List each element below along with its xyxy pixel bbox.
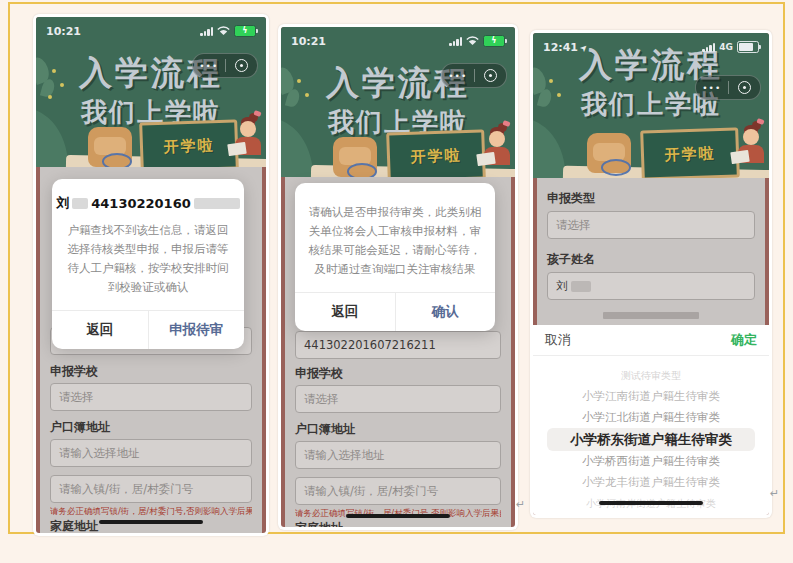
child-name-label: 孩子姓名 <box>547 253 755 266</box>
school-select[interactable]: 请选择 <box>295 385 501 413</box>
chalkboard-text: 开学啦 <box>163 136 215 157</box>
warning-text: 请务必正确填写镇/街，居/村委门号,否则影响入学后果自负 <box>50 506 252 516</box>
chalkboard-illustration: 开学啦 <box>386 129 486 177</box>
paper-icon <box>227 142 246 156</box>
hukou-address-label: 户口簿地址 <box>50 421 252 434</box>
exit-icon[interactable] <box>729 81 761 94</box>
chalkboard-illustration: 开学啦 <box>139 119 239 167</box>
school-label: 申报学校 <box>295 367 501 380</box>
miniprogram-capsule: ••• <box>192 53 258 78</box>
back-button[interactable]: 返回 <box>52 311 149 349</box>
hukou-address-input[interactable]: 请输入选择地址 <box>50 439 252 467</box>
chalkboard-text: 开学啦 <box>664 144 716 165</box>
wifi-icon <box>217 26 230 36</box>
back-button[interactable]: 返回 <box>295 293 396 331</box>
status-bar: 10:21 ϟ <box>281 27 515 51</box>
clipped-label <box>603 312 699 319</box>
girl-illustration <box>240 121 256 137</box>
exit-icon[interactable] <box>475 69 507 82</box>
hukou-address-label: 户口簿地址 <box>295 423 501 436</box>
declare-pending-button[interactable]: 申报待审 <box>149 311 245 349</box>
picker-item[interactable]: 测试待审类型 <box>533 365 769 386</box>
home-indicator <box>599 501 703 505</box>
picker-item[interactable]: 小学桥西街道户籍生待审类 <box>533 451 769 472</box>
status-time: 12:41➤ <box>543 41 588 54</box>
glasses-icon <box>102 153 132 167</box>
screenshot-phone-2: 10:21 ϟ 入学流程 我们上学啦 ••• <box>278 24 518 530</box>
confirm-button[interactable]: 确定 <box>731 331 757 349</box>
paper-icon <box>476 152 495 166</box>
picker-header: 取消 确定 <box>533 325 769 356</box>
paragraph-mark: ↵ <box>516 498 525 511</box>
exit-icon[interactable] <box>226 59 258 72</box>
child-name-input[interactable]: 刘 <box>547 272 755 300</box>
confirm-pending-dialog: 请确认是否申报待审类，此类别相关单位将会人工审核申报材料，审核结果可能会延迟，请… <box>295 183 495 331</box>
paper-icon <box>730 150 749 164</box>
picker-wheel[interactable]: 测试待审类型 小学江南街道户籍生待审类 小学江北街道户籍生待审类 小学桥东街道户… <box>533 356 769 514</box>
more-icon[interactable]: ••• <box>696 83 728 93</box>
network-type: 4G <box>719 42 733 52</box>
type-picker-sheet: 取消 确定 测试待审类型 小学江南街道户籍生待审类 小学江北街道户籍生待审类 小… <box>533 325 769 515</box>
status-time: 10:21 <box>291 35 326 48</box>
dialog-message: 请确认是否申报待审类，此类别相关单位将会人工审核申报材料，审核结果可能会延迟，请… <box>308 183 482 279</box>
hukou-not-found-dialog: 刘44130220160 户籍查找不到该生信息，请返回选择待核类型申报，申报后请… <box>52 179 244 349</box>
cancel-button[interactable]: 取消 <box>545 331 571 349</box>
status-bar: 10:21 ϟ <box>36 17 266 41</box>
picker-item[interactable]: 小学龙丰街道户籍生待审类 <box>533 472 769 493</box>
more-icon[interactable]: ••• <box>442 71 474 81</box>
header-banner: 12:41➤ 4G 入学流程 我们上学啦 ••• 开学啦 <box>533 33 769 178</box>
paragraph-mark: ↵ <box>770 487 779 500</box>
redacted-name <box>72 198 88 209</box>
home-address-label: 家庭地址 <box>295 522 501 527</box>
student-id-input[interactable]: 441302201607216211 <box>295 331 501 359</box>
screenshot-phone-1: 10:21 ϟ 入学流程 我们上学啦 ••• <box>33 14 269 536</box>
glasses-icon <box>347 163 377 177</box>
picker-item[interactable]: 小学江北街道户籍生待审类 <box>533 407 769 428</box>
redacted-id <box>194 198 240 209</box>
miniprogram-capsule: ••• <box>695 75 761 100</box>
girl-illustration <box>489 131 505 147</box>
home-indicator <box>346 514 450 518</box>
signal-icon <box>449 37 462 46</box>
home-indicator <box>99 520 203 524</box>
type-select[interactable]: 请选择 <box>547 211 755 239</box>
hukou-address-input[interactable]: 请输入选择地址 <box>295 441 501 469</box>
header-banner: 10:21 ϟ 入学流程 我们上学啦 ••• <box>36 17 266 167</box>
school-label: 申报学校 <box>50 365 252 378</box>
picker-item-selected[interactable]: 小学桥东街道户籍生待审类 <box>547 428 755 451</box>
signal-icon <box>702 43 715 52</box>
street-number-input[interactable]: 请输入镇/街，居/村委门号 <box>295 477 501 505</box>
header-banner: 10:21 ϟ 入学流程 我们上学啦 ••• <box>281 27 515 177</box>
more-icon[interactable]: ••• <box>193 61 225 71</box>
battery-charging-icon: ϟ <box>234 25 256 37</box>
battery-charging-icon: ϟ <box>483 35 505 47</box>
screenshot-phone-3: 12:41➤ 4G 入学流程 我们上学啦 ••• 开学啦 <box>530 30 772 518</box>
wifi-icon <box>466 36 479 46</box>
glasses-icon <box>601 159 631 176</box>
dialog-message: 户籍查找不到该生信息，请返回选择待核类型申报，申报后请等待人工户籍核，按学校安排… <box>65 221 231 297</box>
redacted-name <box>571 281 591 292</box>
girl-illustration <box>743 129 759 145</box>
school-select[interactable]: 请选择 <box>50 383 252 411</box>
status-time: 10:21 <box>46 25 81 38</box>
miniprogram-capsule: ••• <box>441 63 507 88</box>
chalkboard-illustration: 开学啦 <box>640 127 740 178</box>
confirm-button[interactable]: 确认 <box>396 293 496 331</box>
location-icon: ➤ <box>578 41 590 53</box>
battery-icon <box>737 41 759 53</box>
street-number-input[interactable]: 请输入镇/街，居/村委门号 <box>50 475 252 503</box>
chalkboard-text: 开学啦 <box>410 146 462 167</box>
signal-icon <box>200 27 213 36</box>
picker-item[interactable]: 小学江南街道户籍生待审类 <box>533 386 769 407</box>
type-label: 申报类型 <box>547 192 755 205</box>
dialog-title: 刘44130220160 <box>52 179 244 212</box>
status-bar: 12:41➤ 4G <box>533 33 769 57</box>
